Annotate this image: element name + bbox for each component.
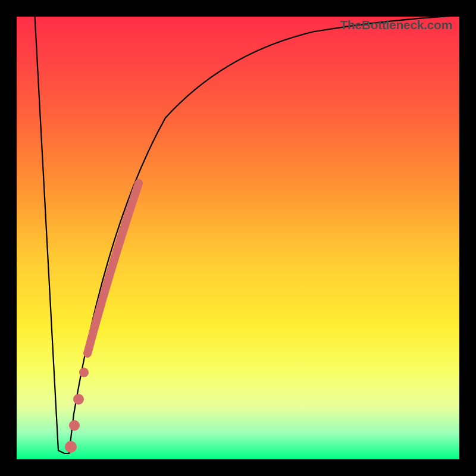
plot-area: TheBottleneck.com — [17, 17, 459, 459]
highlight-dot — [65, 441, 77, 453]
highlight-dot — [69, 420, 80, 431]
bottleneck-curve — [35, 17, 459, 453]
highlight-segment — [87, 183, 139, 353]
chart-container: TheBottleneck.com — [0, 0, 476, 476]
chart-svg — [17, 17, 459, 459]
highlight-dot — [79, 368, 89, 377]
highlight-dot — [73, 394, 84, 405]
watermark-text: TheBottleneck.com — [340, 18, 452, 32]
